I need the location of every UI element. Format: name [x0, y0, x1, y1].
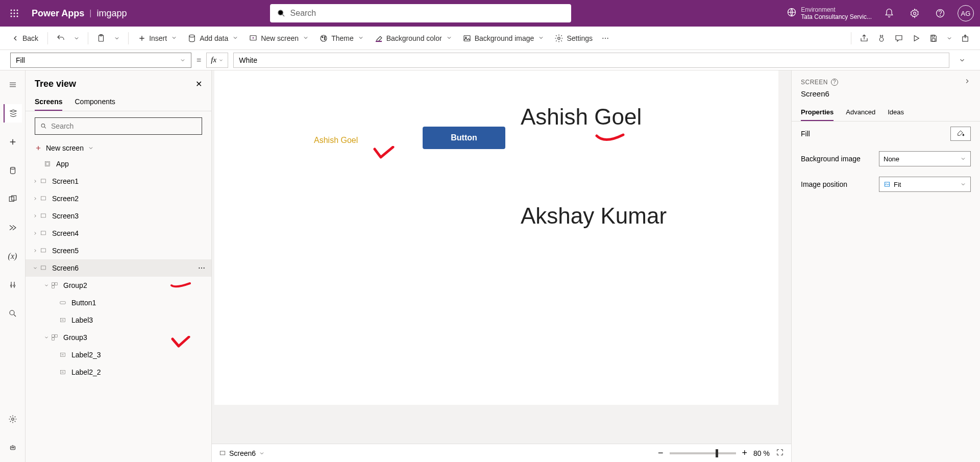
- new-screen-link[interactable]: New screen: [26, 141, 211, 155]
- rail-media[interactable]: [4, 190, 22, 208]
- fit-to-window-icon[interactable]: [776, 448, 784, 458]
- svg-rect-46: [41, 231, 45, 235]
- waffle-icon[interactable]: [6, 5, 22, 21]
- expand-formula-bar[interactable]: [954, 57, 970, 64]
- settings-icon[interactable]: [906, 5, 923, 21]
- add-data-button[interactable]: Add data: [183, 31, 242, 46]
- svg-rect-57: [60, 353, 65, 357]
- tree-node-screen5[interactable]: Screen5: [26, 242, 211, 259]
- breadcrumb[interactable]: Screen6: [219, 449, 265, 457]
- screen-icon: [39, 229, 48, 238]
- back-button[interactable]: Back: [7, 31, 42, 45]
- svg-point-39: [13, 447, 14, 448]
- save-split-chevron[interactable]: [943, 32, 955, 44]
- tab-ideas[interactable]: Ideas: [888, 104, 904, 121]
- svg-point-25: [558, 37, 560, 39]
- zoom-slider[interactable]: [670, 452, 736, 454]
- design-canvas[interactable]: Ashish Goel Button Ashish Goel Akshay Ku…: [214, 70, 778, 405]
- tree-node-screen4[interactable]: Screen4: [26, 225, 211, 242]
- bgimage-dropdown[interactable]: None: [879, 151, 971, 166]
- help-icon[interactable]: [932, 5, 948, 21]
- tree-node-button1[interactable]: Button1: [26, 294, 211, 311]
- overflow-button[interactable]: ⋯: [599, 31, 612, 45]
- tree-node-label2-3[interactable]: Label2_3: [26, 346, 211, 363]
- canvas-control-label2-3[interactable]: Ashish Goel: [521, 104, 642, 130]
- rail-tree-view[interactable]: [4, 104, 22, 123]
- canvas-control-label2-2[interactable]: Akshay Kumar: [521, 203, 667, 229]
- rail-search[interactable]: [4, 304, 22, 323]
- rail-ask-virtual-agent[interactable]: [4, 439, 22, 457]
- settings-button[interactable]: Settings: [550, 31, 597, 46]
- tree-node-screen6[interactable]: Screen6 ⋯: [26, 259, 211, 277]
- preview-button[interactable]: [909, 31, 924, 46]
- theme-button[interactable]: Theme: [315, 31, 368, 46]
- svg-rect-56: [52, 338, 55, 341]
- paste-split-chevron[interactable]: [111, 32, 123, 44]
- svg-rect-23: [464, 35, 470, 41]
- app-checker-button[interactable]: [874, 31, 889, 46]
- tree-node-group2[interactable]: Group2: [26, 277, 211, 294]
- svg-point-22: [324, 38, 325, 39]
- publish-button[interactable]: [958, 31, 973, 46]
- rail-advanced-tools[interactable]: [4, 276, 22, 294]
- undo-button[interactable]: [53, 31, 68, 46]
- tree-node-label3[interactable]: Label3: [26, 311, 211, 329]
- tree-node-group3[interactable]: Group3: [26, 329, 211, 346]
- brand-label[interactable]: Power Apps: [32, 8, 84, 19]
- fx-button[interactable]: fx: [206, 53, 228, 68]
- tree-node-screen1[interactable]: Screen1: [26, 173, 211, 190]
- zoom-in-button[interactable]: +: [742, 448, 748, 458]
- paste-button[interactable]: [93, 31, 109, 46]
- tab-properties[interactable]: Properties: [801, 104, 834, 121]
- svg-point-8: [17, 16, 18, 17]
- undo-split-chevron[interactable]: [70, 32, 83, 44]
- tree-search-input[interactable]: [51, 122, 197, 130]
- global-search[interactable]: Search: [270, 4, 571, 22]
- svg-rect-50: [55, 283, 58, 285]
- save-button[interactable]: [926, 31, 941, 46]
- property-selector[interactable]: Fill: [10, 53, 191, 68]
- svg-rect-27: [932, 35, 935, 37]
- tab-screens[interactable]: Screens: [35, 93, 62, 111]
- environment-picker[interactable]: Environment Tata Consultancy Servic...: [787, 6, 872, 21]
- node-more-icon[interactable]: ⋯: [198, 264, 205, 272]
- screen-icon: [39, 246, 48, 255]
- zoom-value: 80 %: [753, 449, 770, 457]
- tab-advanced[interactable]: Advanced: [846, 104, 875, 121]
- rail-hamburger[interactable]: [4, 76, 22, 94]
- new-screen-button[interactable]: New screen: [244, 31, 313, 46]
- insert-button[interactable]: Insert: [134, 31, 181, 45]
- tab-components[interactable]: Components: [75, 93, 115, 111]
- rail-settings[interactable]: [4, 410, 22, 428]
- expand-panel-icon[interactable]: [964, 78, 971, 86]
- bg-image-button[interactable]: Background image: [458, 31, 549, 46]
- env-value: Tata Consultancy Servic...: [801, 13, 872, 20]
- svg-rect-49: [52, 283, 55, 285]
- close-tree-icon[interactable]: ✕: [195, 79, 202, 89]
- canvas-control-button1[interactable]: Button: [423, 127, 505, 149]
- zoom-out-button[interactable]: −: [658, 448, 664, 458]
- notifications-icon[interactable]: [881, 5, 897, 21]
- tree-search[interactable]: [35, 117, 202, 135]
- rail-variables[interactable]: (x): [4, 247, 22, 265]
- fill-color-picker[interactable]: [950, 127, 971, 141]
- formula-input[interactable]: [233, 53, 949, 68]
- tree-node-app[interactable]: App: [26, 155, 211, 173]
- tree-node-screen2[interactable]: Screen2: [26, 190, 211, 207]
- svg-rect-37: [10, 446, 15, 450]
- rail-data[interactable]: [4, 161, 22, 180]
- help-icon[interactable]: ?: [831, 79, 838, 86]
- svg-point-3: [11, 13, 12, 14]
- svg-point-30: [10, 167, 15, 169]
- user-avatar[interactable]: AG: [958, 5, 974, 21]
- share-button[interactable]: [856, 31, 872, 46]
- rail-power-automate[interactable]: [4, 218, 22, 237]
- tree-node-screen3[interactable]: Screen3: [26, 207, 211, 225]
- tree-node-label2-2[interactable]: Label2_2: [26, 363, 211, 381]
- screen-icon: [39, 263, 48, 273]
- comments-button[interactable]: [891, 31, 906, 46]
- canvas-control-label3[interactable]: Ashish Goel: [314, 136, 358, 145]
- bg-color-button[interactable]: Background color: [370, 31, 456, 46]
- rail-insert[interactable]: [4, 133, 22, 151]
- imgpos-dropdown[interactable]: Fit: [879, 177, 971, 192]
